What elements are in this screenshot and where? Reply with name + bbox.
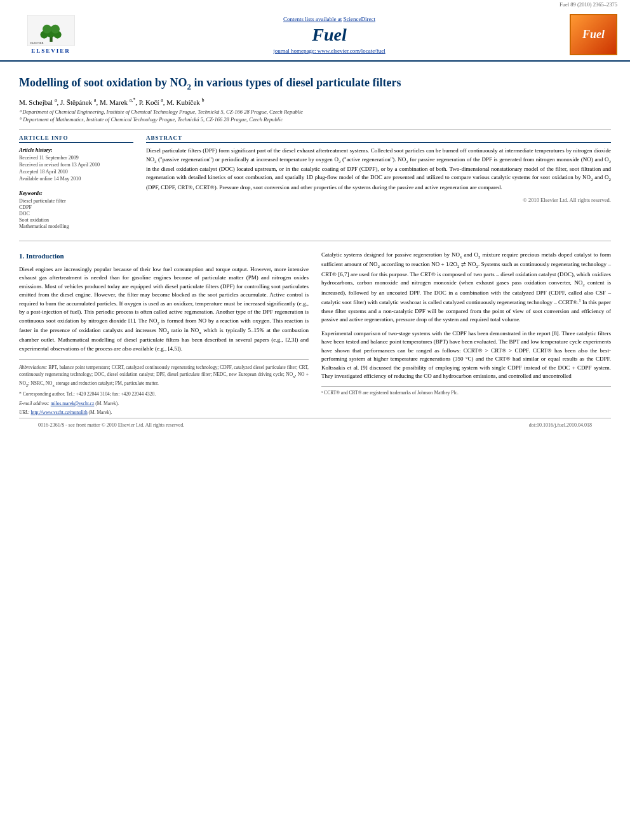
affiliations: ᵃ Department of Chemical Engineering, In…	[19, 109, 611, 123]
elsevier-text: ELSEVIER	[31, 48, 70, 54]
intro-title: 1. Introduction	[19, 251, 309, 262]
history-label: Article history:	[19, 147, 133, 153]
page: Fuel 89 (2010) 2365–2375 ELSEVIER ELSEVI…	[0, 0, 630, 840]
elsevier-logo: ELSEVIER ELSEVIER	[13, 15, 89, 54]
footnote-1: ¹ CCRT® and CRT® are registered trademar…	[321, 389, 611, 396]
svg-point-6	[51, 25, 60, 34]
main-content: Modelling of soot oxidation by NO2 in va…	[0, 62, 630, 444]
revised-date: Received in revised form 13 April 2010	[19, 162, 133, 168]
abstract-text: Diesel particulate filters (DPF) form si…	[146, 147, 611, 192]
footnote-area: Abbreviations: BPT, balance point temper…	[19, 359, 309, 416]
fuel-logo: Fuel	[570, 14, 617, 55]
email-info: E-mail address: milos.marek@vscht.cz (M.…	[19, 400, 309, 407]
affiliation-a: ᵃ Department of Chemical Engineering, In…	[19, 109, 611, 115]
journal-header: ELSEVIER ELSEVIER Contents lists availab…	[0, 9, 630, 62]
abbreviations-text: Abbreviations: BPT, balance point temper…	[19, 364, 309, 389]
sciencedirect-link: Contents lists available at ScienceDirec…	[102, 16, 557, 22]
svg-point-5	[42, 25, 51, 34]
issn-line: 0016-2361/$ - see front matter © 2010 El…	[38, 422, 184, 428]
keyword-4: Soot oxidation	[19, 217, 133, 223]
available-date: Available online 14 May 2010	[19, 176, 133, 182]
abstract-header: ABSTRACT	[146, 135, 611, 143]
body-content: 1. Introduction Diesel engines are incre…	[19, 251, 611, 418]
keyword-2: CDPF	[19, 204, 133, 210]
divider-2	[19, 241, 611, 241]
svg-text:ELSEVIER: ELSEVIER	[30, 41, 43, 44]
journal-ref: Fuel 89 (2010) 2365–2375	[0, 0, 630, 9]
doi-line: doi:10.1016/j.fuel.2010.04.018	[529, 422, 592, 428]
intro-para-1: Diesel engines are increasingly popular …	[19, 265, 309, 354]
intro-para-2: Catalytic systems designed for passive r…	[321, 251, 611, 324]
received-date: Received 11 September 2009	[19, 155, 133, 161]
accepted-date: Accepted 18 April 2010	[19, 169, 133, 175]
article-info-section: ARTICLE INFO Article history: Received 1…	[19, 135, 133, 229]
divider-1	[19, 129, 611, 130]
keyword-1: Diesel particulate filter	[19, 198, 133, 204]
abstract-col: ABSTRACT Diesel particulate filters (DPF…	[146, 135, 611, 236]
copyright: © 2010 Elsevier Ltd. All rights reserved…	[146, 197, 611, 203]
journal-name: Fuel	[102, 25, 557, 45]
body-col-right: Catalytic systems designed for passive r…	[321, 251, 611, 418]
elsevier-emblem-icon: ELSEVIER	[24, 15, 78, 46]
keywords-label: Keywords:	[19, 190, 133, 196]
corresponding-author-info: * Corresponding author. Tel.: +420 22044…	[19, 390, 309, 397]
authors: M. Schejbal a, J. Štěpánek a, M. Marek a…	[19, 97, 611, 106]
body-two-col: 1. Introduction Diesel engines are incre…	[19, 251, 611, 418]
article-info-header: ARTICLE INFO	[19, 135, 133, 143]
keyword-5: Mathematical modelling	[19, 223, 133, 229]
bottom-bar: 0016-2361/$ - see front matter © 2010 El…	[19, 418, 611, 432]
keywords-list: Diesel particulate filter CDPF DOC Soot …	[19, 198, 133, 229]
affiliation-b: ᵇ Department of Mathematics, Institute o…	[19, 116, 611, 123]
keyword-3: DOC	[19, 211, 133, 217]
article-info-col: ARTICLE INFO Article history: Received 1…	[19, 135, 133, 236]
url-info: URL: http://www.vscht.cz/monolith (M. Ma…	[19, 409, 309, 416]
body-col-left: 1. Introduction Diesel engines are incre…	[19, 251, 309, 418]
footnote-side: ¹ CCRT® and CRT® are registered trademar…	[321, 386, 611, 396]
article-title: Modelling of soot oxidation by NO2 in va…	[19, 76, 611, 92]
intro-para-3: Experimental comparison of two-stage sys…	[321, 330, 611, 381]
article-info-abstract: ARTICLE INFO Article history: Received 1…	[19, 135, 611, 236]
journal-homepage: journal homepage: www.elsevier.com/locat…	[102, 48, 557, 54]
journal-center: Contents lists available at ScienceDirec…	[89, 16, 570, 54]
